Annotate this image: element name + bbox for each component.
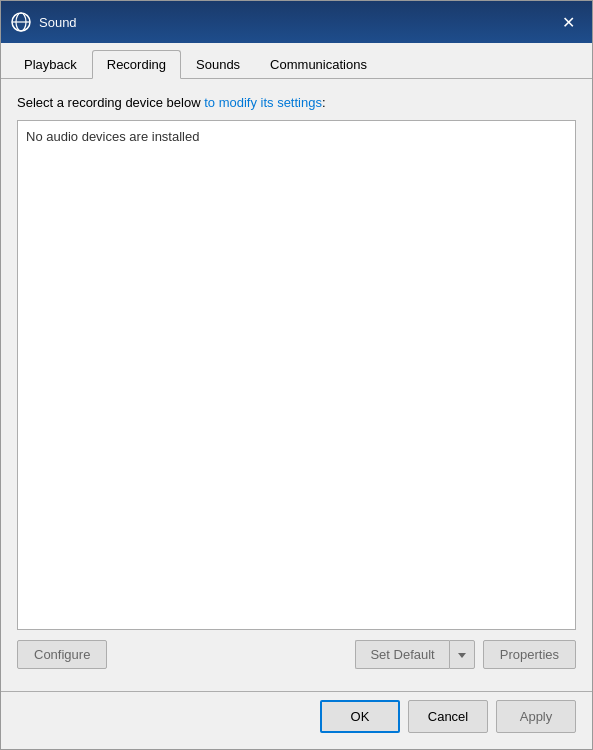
properties-button[interactable]: Properties xyxy=(483,640,576,669)
device-list[interactable]: No audio devices are installed xyxy=(17,120,576,630)
ok-button[interactable]: OK xyxy=(320,700,400,733)
set-default-dropdown-button[interactable] xyxy=(449,640,475,669)
tab-recording[interactable]: Recording xyxy=(92,50,181,79)
sound-icon xyxy=(11,12,31,32)
set-default-group: Set Default xyxy=(355,640,474,669)
close-button[interactable]: ✕ xyxy=(554,8,582,36)
configure-button[interactable]: Configure xyxy=(17,640,107,669)
title-bar: Sound ✕ xyxy=(1,1,592,43)
tab-communications[interactable]: Communications xyxy=(255,50,382,79)
window-title: Sound xyxy=(39,15,554,30)
cancel-button[interactable]: Cancel xyxy=(408,700,488,733)
instruction-text: Select a recording device below to modif… xyxy=(17,95,576,110)
no-devices-text: No audio devices are installed xyxy=(26,129,199,144)
bottom-buttons: Configure Set Default Properties xyxy=(17,630,576,675)
sound-dialog: Sound ✕ Playback Recording Sounds Commun… xyxy=(0,0,593,750)
set-default-button[interactable]: Set Default xyxy=(355,640,448,669)
dialog-buttons: OK Cancel Apply xyxy=(1,691,592,749)
tab-sounds[interactable]: Sounds xyxy=(181,50,255,79)
chevron-down-icon xyxy=(458,653,466,658)
tab-bar: Playback Recording Sounds Communications xyxy=(1,43,592,79)
apply-button[interactable]: Apply xyxy=(496,700,576,733)
content-area: Select a recording device below to modif… xyxy=(1,79,592,691)
tab-playback[interactable]: Playback xyxy=(9,50,92,79)
